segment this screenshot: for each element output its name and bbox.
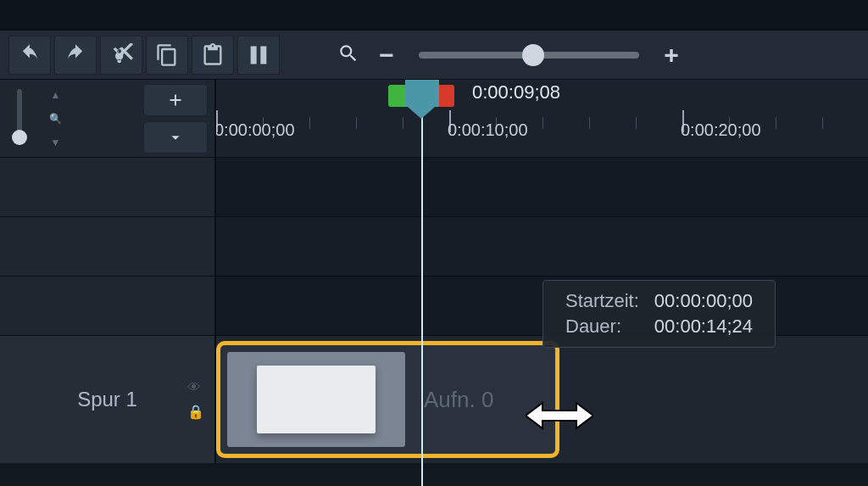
- clip-tooltip: Startzeit: 00:00:00;00 Dauer: 00:00:14;2…: [542, 280, 776, 348]
- track-row: [0, 158, 868, 217]
- arrow-up-icon: ▲: [51, 89, 61, 101]
- scissors-icon: [109, 43, 133, 67]
- playhead-time-label: 0:00:09;08: [472, 81, 560, 103]
- undo-button[interactable]: [8, 36, 51, 75]
- paste-icon: [201, 43, 225, 67]
- copy-button[interactable]: [146, 36, 188, 75]
- tooltip-start-label: Startzeit:: [559, 289, 646, 313]
- playhead-marker[interactable]: [388, 80, 454, 107]
- tooltip-duration-label: Dauer:: [559, 315, 646, 338]
- ruler-minor-tick: [309, 117, 310, 129]
- track-name-label: Spur 1: [77, 388, 137, 411]
- zoom-in-button[interactable]: +: [659, 41, 683, 70]
- ruler-minor-tick: [776, 117, 776, 129]
- ruler-tick-label: 0:00:20;00: [681, 120, 761, 140]
- ruler-minor-tick: [589, 117, 590, 129]
- playhead-line[interactable]: [421, 105, 423, 486]
- ruler-minor-tick: [356, 117, 357, 129]
- redo-button[interactable]: [54, 36, 97, 75]
- vertical-zoom-thumb[interactable]: [12, 130, 27, 145]
- split-button[interactable]: [237, 36, 280, 75]
- zoom-slider[interactable]: [419, 52, 639, 59]
- add-track-button[interactable]: [143, 84, 208, 116]
- marker-head-icon: [405, 80, 439, 107]
- lock-icon[interactable]: 🔒: [187, 404, 204, 420]
- track-label-col: [0, 277, 216, 335]
- title-strip: [0, 0, 868, 31]
- eye-icon[interactable]: 👁: [187, 380, 204, 395]
- plus-icon: [166, 91, 185, 109]
- ruler[interactable]: 0:00:09;08 0:00:00;000:00:10;000:00:20;0…: [216, 80, 868, 157]
- zoom-slider-thumb[interactable]: [522, 44, 544, 66]
- scroll-arrows: ▲ 🔍 ▼: [49, 89, 62, 148]
- marker-out-icon: [439, 85, 454, 107]
- track-content[interactable]: [216, 158, 868, 216]
- cut-button[interactable]: [100, 36, 142, 75]
- track-row: [0, 217, 868, 277]
- tooltip-start-value: 00:00:00;00: [648, 289, 760, 313]
- zoom-out-button[interactable]: −: [375, 41, 398, 70]
- ruler-minor-tick: [636, 117, 637, 129]
- ruler-tick-label: 0:00:10;00: [448, 120, 528, 140]
- chevron-down-icon: [166, 128, 185, 147]
- ruler-row: ▲ 🔍 ▼ 0:00:09;08 0:00:00;00: [0, 80, 868, 158]
- track-label-col: Spur 1👁🔒: [0, 336, 216, 463]
- undo-icon: [18, 43, 42, 67]
- track-content[interactable]: [216, 217, 868, 276]
- copy-icon: [155, 43, 179, 67]
- ruler-minor-tick: [822, 117, 823, 129]
- track-controls: ▲ 🔍 ▼: [0, 80, 216, 157]
- ruler-minor-tick: [542, 117, 543, 129]
- ruler-minor-tick: [403, 117, 403, 129]
- track-label-col: [0, 217, 216, 276]
- resize-cursor-icon: [526, 399, 593, 436]
- mini-magnifier-icon: 🔍: [49, 113, 62, 125]
- track-label-col: [0, 158, 216, 216]
- clip-thumbnail: [227, 352, 405, 447]
- expand-tracks-button[interactable]: [143, 121, 208, 154]
- ruler-tick-label: 0:00:00;00: [216, 120, 295, 140]
- paste-button[interactable]: [192, 36, 234, 75]
- clip-title-label: Aufn. 0: [424, 387, 493, 413]
- split-icon: [247, 43, 270, 67]
- track-row: Spur 1👁🔒Aufn. 0: [0, 336, 868, 463]
- zoom-magnifier-icon[interactable]: [337, 42, 359, 68]
- vertical-zoom-slider[interactable]: [17, 89, 22, 140]
- redo-icon: [64, 43, 87, 67]
- toolbar: − +: [0, 31, 868, 80]
- tooltip-duration-value: 00:00:14;24: [648, 315, 760, 338]
- arrow-down-icon: ▼: [51, 137, 61, 148]
- clip[interactable]: Aufn. 0: [216, 341, 559, 458]
- marker-in-icon: [388, 85, 405, 107]
